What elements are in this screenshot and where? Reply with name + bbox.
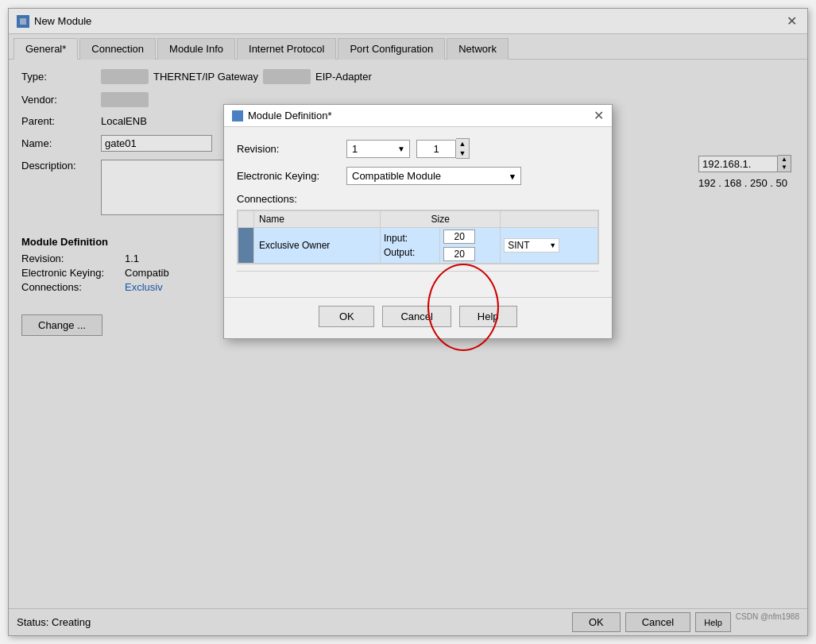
keying-select-wrapper: Compatible Module Exact Match Disable Ke… bbox=[346, 167, 521, 185]
connections-table-wrapper: Name Size Exclusive Owner Input bbox=[237, 210, 599, 264]
connections-section-label: Connections: bbox=[237, 193, 599, 205]
col-index bbox=[238, 211, 254, 228]
table-header-row: Name Size bbox=[238, 211, 598, 228]
dialog-footer: OK Cancel Help bbox=[224, 297, 612, 338]
dialog-keying-label: Electronic Keying: bbox=[237, 170, 340, 182]
revision-spinner-input[interactable] bbox=[416, 140, 456, 158]
row-size-inputs bbox=[440, 228, 501, 264]
module-definition-dialog: Module Definition* ✕ Revision: 1 ▲ ▼ bbox=[223, 104, 613, 339]
row-size-labels: Input: Output: bbox=[381, 228, 440, 264]
row-index bbox=[238, 228, 254, 264]
dialog-close-button[interactable]: ✕ bbox=[594, 108, 604, 123]
revision-spinner: ▲ ▼ bbox=[416, 138, 470, 159]
connections-table: Name Size Exclusive Owner Input bbox=[238, 210, 598, 264]
main-window: New Module ✕ General* Connection Module … bbox=[8, 8, 808, 636]
row-type: SINT INT DINT bbox=[501, 228, 598, 264]
dialog-title-bar: Module Definition* ✕ bbox=[224, 105, 612, 127]
col-type bbox=[501, 211, 598, 228]
row-name: Exclusive Owner bbox=[254, 228, 381, 264]
dialog-revision-label: Revision: bbox=[237, 143, 340, 155]
input-size-field[interactable] bbox=[443, 229, 475, 244]
output-size-field[interactable] bbox=[443, 247, 475, 261]
dialog-icon bbox=[232, 110, 243, 121]
revision-spinner-up[interactable]: ▲ bbox=[456, 139, 469, 148]
dialog-revision-row: Revision: 1 ▲ ▼ bbox=[237, 138, 599, 159]
dialog-title-left: Module Definition* bbox=[232, 110, 332, 121]
dialog-ok-button[interactable]: OK bbox=[319, 306, 374, 327]
col-name: Name bbox=[254, 211, 381, 228]
revision-dropdown[interactable]: 1 bbox=[346, 140, 410, 158]
exclusive-owner-label: Exclusive Owner bbox=[259, 240, 375, 251]
revision-spinner-down[interactable]: ▼ bbox=[456, 148, 469, 158]
dialog-help-button[interactable]: Help bbox=[459, 306, 517, 327]
keying-select[interactable]: Compatible Module Exact Match Disable Ke… bbox=[346, 167, 521, 185]
col-size: Size bbox=[381, 211, 501, 228]
dialog-cancel-button[interactable]: Cancel bbox=[382, 306, 451, 327]
revision-spinner-buttons: ▲ ▼ bbox=[456, 138, 470, 159]
dialog-keying-row: Electronic Keying: Compatible Module Exa… bbox=[237, 167, 599, 185]
input-label: Input: bbox=[384, 233, 436, 244]
connection-type-select[interactable]: SINT INT DINT bbox=[504, 238, 559, 253]
dialog-body: Revision: 1 ▲ ▼ Electronic Keying: bbox=[224, 127, 612, 289]
dialog-title-text: Module Definition* bbox=[248, 110, 332, 121]
output-label: Output: bbox=[384, 247, 436, 258]
dialog-separator bbox=[237, 271, 599, 272]
revision-select-wrapper: 1 bbox=[346, 140, 410, 158]
table-row: Exclusive Owner Input: Output: bbox=[238, 228, 598, 264]
type-select-wrapper: SINT INT DINT bbox=[504, 238, 559, 253]
